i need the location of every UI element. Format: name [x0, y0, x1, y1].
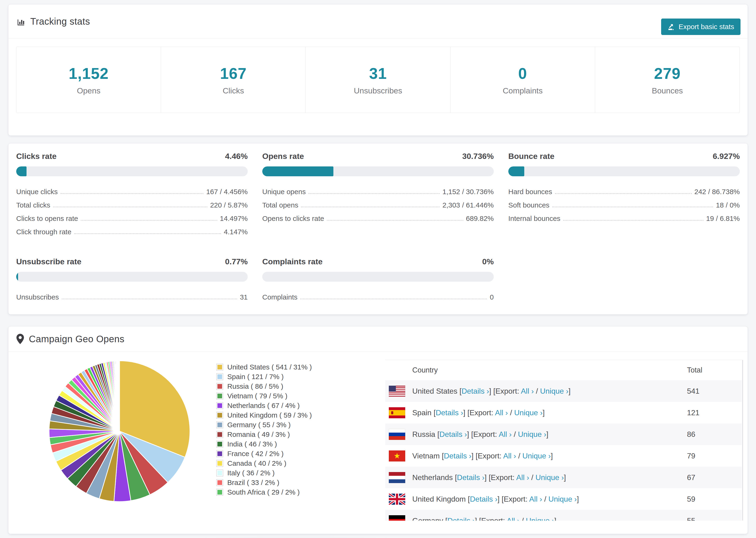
legend-item-vietnam: Vietnam ( 79 / 5% ) [216, 391, 312, 401]
details-link[interactable]: Details › [436, 408, 463, 417]
export-all-link[interactable]: All › [507, 516, 519, 521]
export-all-link[interactable]: All › [529, 495, 542, 503]
clicks-rate-title: Clicks rate [16, 152, 57, 161]
rate-row-label: Unsubscribes [16, 293, 59, 301]
total-value: 67 [687, 473, 695, 482]
flag-united-states-icon [389, 386, 405, 397]
table-scrollbar[interactable] [742, 360, 743, 521]
rate-row-label: Unique clicks [16, 188, 58, 196]
legend-swatch [216, 469, 223, 476]
rate-row-value: 167 / 4.456% [206, 188, 248, 196]
legend-item-russia: Russia ( 86 / 5% ) [216, 381, 312, 391]
dotted-leader [53, 207, 207, 207]
summary-clicks: 167 Clicks [161, 47, 306, 113]
clicks-rate-progressbar [16, 166, 248, 176]
legend-swatch [216, 412, 223, 419]
export-basic-stats-button[interactable]: Export basic stats [661, 19, 740, 35]
rate-row-label: Complaints [262, 293, 297, 301]
rate-row-label: Total clicks [16, 201, 50, 209]
tracking-stats-card: Tracking stats Export basic stats 1,152 … [8, 4, 748, 136]
dotted-leader [327, 220, 463, 221]
pie-slice-other[interactable] [119, 361, 120, 431]
total-value: 59 [687, 495, 695, 504]
rate-row-label: Click through rate [16, 228, 71, 236]
dotted-leader [74, 233, 221, 234]
details-link[interactable]: Details › [457, 473, 484, 482]
export-all-link[interactable]: All › [503, 452, 516, 460]
export-unique-link[interactable]: Unique › [536, 473, 564, 482]
clicks-rate-percent: 4.46% [225, 152, 248, 161]
opens-count: 1,152 [69, 65, 109, 82]
summary-row: 1,152 Opens 167 Clicks 31 Unsubscribes 0… [16, 47, 740, 113]
geo-opens-pie-chart[interactable] [47, 358, 192, 504]
export-unique-link[interactable]: Unique › [514, 408, 543, 417]
export-all-link[interactable]: All › [516, 473, 529, 482]
rates-card: Clicks rate 4.46% Unique clicks167 / 4.4… [8, 143, 748, 314]
export-all-link[interactable]: All › [521, 387, 534, 395]
pie-legend: United States ( 541 / 31% )Spain ( 121 /… [216, 362, 312, 497]
dotted-leader [555, 193, 692, 194]
rate-row: Unique clicks167 / 4.456% [16, 183, 248, 196]
total-column-header: Total [687, 366, 702, 374]
export-all-link[interactable]: All › [499, 430, 512, 439]
country-column-header: Country [412, 366, 438, 374]
rate-row: Hard bounces242 / 86.738% [508, 183, 740, 196]
legend-swatch [216, 383, 223, 390]
legend-label: Romania ( 49 / 3% ) [227, 430, 290, 439]
unsubscribe-rate-progressbar [16, 272, 248, 282]
rate-row: Total opens2,303 / 61.446% [262, 196, 494, 209]
flag-netherlands-icon [389, 472, 405, 483]
legend-swatch [216, 431, 223, 438]
summary-section: 1,152 Opens 167 Clicks 31 Unsubscribes 0… [9, 38, 747, 121]
total-value: 55 [687, 516, 695, 521]
details-link[interactable]: Details › [470, 495, 497, 503]
opens-rate-percent: 30.736% [462, 152, 494, 161]
legend-label: United States ( 541 / 31% ) [227, 363, 312, 371]
legend-item-romania: Romania ( 49 / 3% ) [216, 430, 312, 439]
details-link[interactable]: Details › [461, 387, 489, 395]
export-unique-link[interactable]: Unique › [526, 516, 554, 521]
complaints-rate-title: Complaints rate [262, 257, 323, 266]
opens-rate-panel: Opens rate 30.736% Unique opens1,152 / 3… [262, 152, 494, 236]
export-all-link[interactable]: All › [495, 408, 508, 417]
summary-bounces: 279 Bounces [595, 47, 739, 113]
export-unique-link[interactable]: Unique › [540, 387, 568, 395]
table-row-spain: Spain [Details ›] [Export: All › / Uniqu… [385, 402, 742, 423]
dotted-leader [300, 298, 487, 299]
rate-row-value: 14.497% [220, 215, 248, 223]
rate-row: Click through rate4.147% [16, 223, 248, 236]
legend-item-spain: Spain ( 121 / 7% ) [216, 372, 312, 381]
details-link[interactable]: Details › [447, 516, 475, 521]
country-name: Russia [412, 430, 435, 439]
geo-title: Campaign Geo Opens [29, 334, 125, 344]
geo-header: Campaign Geo Opens [9, 327, 747, 351]
details-link[interactable]: Details › [440, 430, 467, 439]
dotted-leader [301, 207, 440, 207]
rate-row-label: Hard bounces [508, 188, 552, 196]
details-link[interactable]: Details › [444, 452, 471, 460]
flag-vietnam-icon: ★ [389, 451, 405, 461]
export-unique-link[interactable]: Unique › [522, 452, 551, 460]
rate-row: Total clicks220 / 5.87% [16, 196, 248, 209]
export-unique-link[interactable]: Unique › [518, 430, 546, 439]
legend-item-brazil: Brazil ( 33 / 2% ) [216, 478, 312, 487]
summary-complaints: 0 Complaints [451, 47, 595, 113]
total-value: 121 [687, 408, 699, 417]
country-name: Netherlands [412, 473, 453, 482]
rate-row-value: 19 / 6.81% [706, 215, 740, 223]
complaints-rate-progressbar [262, 272, 494, 282]
rate-row-label: Unique opens [262, 188, 306, 196]
legend-label: Canada ( 40 / 2% ) [227, 459, 287, 467]
dotted-leader [61, 193, 203, 194]
bounces-count: 279 [654, 65, 681, 82]
export-unique-link[interactable]: Unique › [549, 495, 577, 503]
legend-label: Italy ( 36 / 2% ) [227, 469, 275, 477]
rate-row: Unsubscribes31 [16, 288, 248, 301]
unsubscribe-rate-percent: 0.77% [225, 257, 248, 266]
bounce-rate-progressbar [508, 166, 740, 176]
export-button-label: Export basic stats [678, 23, 734, 31]
opens-rate-progressbar [262, 166, 494, 176]
legend-label: Brazil ( 33 / 2% ) [227, 479, 279, 487]
complaints-label: Complaints [503, 86, 543, 95]
table-row-united-kingdom: United Kingdom [Details ›] [Export: All … [385, 488, 742, 510]
